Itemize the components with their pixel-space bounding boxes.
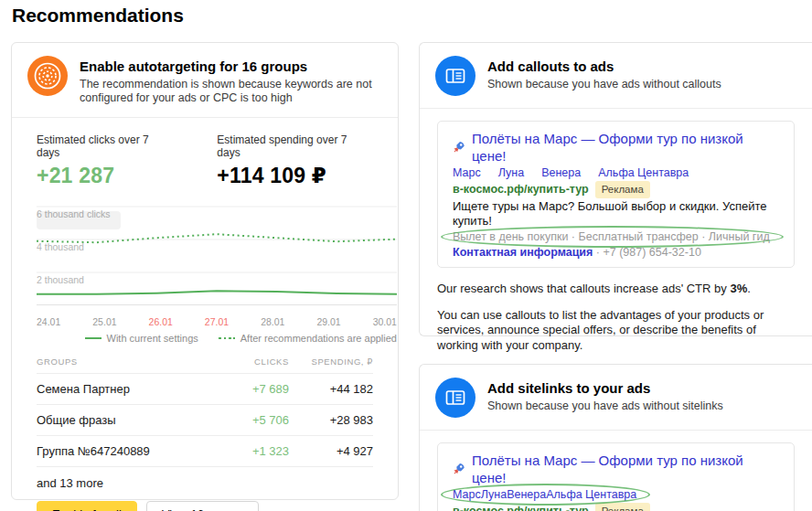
x-axis-label: 24.01 [37,316,60,327]
usage-text: You can use callouts to list the advanta… [437,308,795,354]
header-groups: Groups [37,357,205,367]
ad-sitelink[interactable]: Венера [541,165,581,180]
enable-for-all-button[interactable]: Enable for all [37,501,137,511]
clicks-forecast-chart: 2 thousand4 thousand6 thousand clicks 24… [37,203,397,344]
group-name: Семена Партнер [37,382,205,396]
chart-x-axis: 24.0125.0126.0127.0128.0129.0130.01 [37,316,397,327]
ad-display-url: в-космос.рф/купить-тур [453,183,589,196]
groups-table: Groups Clicks Spending, ₽ Семена Партнер… [37,355,373,492]
group-clicks: +1 323 [205,444,289,458]
sitelinks-subtitle: Shown because you have ads without sitel… [487,399,723,413]
ad-preview-sitelinks: Полёты на Марс — Оформи тур по низкой це… [437,442,795,511]
show-more-groups-link[interactable]: and 13 more [37,467,103,492]
legend-item: After recommendations are applied [219,333,397,344]
metric-clicks: Estimated clicks over 7 days +21 287 [37,133,175,188]
metric-spending: Estimated spending over 7 days +114 109 … [217,133,373,188]
chart-line-dotted [37,234,397,242]
metric-spending-value: +114 109 ₽ [217,164,373,188]
ad-sitelink[interactable]: Альфа Центавра [598,165,689,180]
legend-item: With current settings [85,333,198,344]
group-name: Общие фразы [37,413,205,427]
x-axis-label: 28.01 [261,316,284,327]
legend-swatch-dotted [219,337,235,339]
ad-sitelink[interactable]: Луна [481,488,507,501]
x-axis-label: 25.01 [92,316,116,327]
ad-sitelink[interactable]: Луна [498,165,524,180]
group-row: Общие фразы+5 706+28 983 [37,405,373,436]
metric-spending-label: Estimated spending over 7 days [217,133,373,159]
research-text: Our research shows that callouts increas… [437,282,795,297]
header-spending: Spending, ₽ [289,357,373,367]
ad-sitelinks-row: МарсЛунаВенераАльфа Центавра [453,487,779,502]
legend-label: With current settings [107,333,198,344]
x-axis-label: 30.01 [373,316,397,327]
group-spending: +4 927 [289,444,373,458]
view-groups-button[interactable]: View 16 groups [146,501,259,511]
group-name: Группа №647240889 [37,444,205,458]
ad-title-link[interactable]: Полёты на Марс — Оформи тур по низкой це… [472,130,779,165]
x-axis-label: 26.01 [149,316,173,327]
ad-label-badge: Реклама [595,503,650,511]
header-clicks: Clicks [205,357,289,367]
chart-legend: With current settingsAfter recommendatio… [37,333,397,344]
legend-swatch-solid [85,337,102,339]
group-row: Семена Партнер+7 689+44 182 [37,374,373,405]
autotargeting-title: Enable autotargeting for 16 groups [80,56,381,74]
autotargeting-card-header: Enable autotargeting for 16 groups The r… [12,43,398,118]
y-grid-label: 4 thousand [37,241,84,252]
autotargeting-description: The recommendation is shown because keyw… [80,78,381,105]
ad-phone-number: · +7 (987) 654-32-10 [593,246,700,259]
groups-table-header: Groups Clicks Spending, ₽ [37,355,373,374]
page-title: Recommendations [12,5,184,27]
ad-contact-link[interactable]: Контактная информация [453,246,593,259]
ad-sitelink[interactable]: Альфа Центавра [546,488,636,501]
ad-callouts-row: Вылет в день покупки · Бесплатный трансф… [453,229,779,244]
metric-clicks-value: +21 287 [37,164,175,188]
x-axis-label: 29.01 [316,316,340,327]
ad-title-link[interactable]: Полёты на Марс — Оформи тур по низкой це… [472,452,779,486]
ad-sitelinks-row: МарсЛунаВенераАльфа Центавра [453,165,779,180]
ad-body-text: Ищете туры на Марс? Большой выбор и скид… [453,199,779,229]
ad-label-badge: Реклама [595,181,650,198]
sitelinks-card-header: Add sitelinks to your ads Shown because … [420,365,812,431]
chart-line-solid [37,291,397,294]
chart-tooltip-ghost [37,211,121,229]
x-axis-label: 27.01 [205,316,229,327]
group-row: Группа №647240889+1 323+4 927 [37,436,373,467]
metric-clicks-label: Estimated clicks over 7 days [37,133,175,159]
callouts-card-icon [435,56,475,96]
rocket-icon [453,141,465,154]
autotargeting-card: Enable autotargeting for 16 groups The r… [11,42,399,500]
y-grid-label: 2 thousand [37,274,84,285]
callouts-card: Add callouts to ads Shown because you ha… [419,42,812,336]
ad-sitelink[interactable]: Марс [453,165,481,180]
callouts-subtitle: Shown because you have ads without callo… [487,78,721,91]
ad-display-url: в-космос.рф/купить-тур [453,505,589,511]
legend-label: After recommendations are applied [240,333,397,344]
recommendations-page: Recommendations Enable autotargeting for… [0,0,812,511]
forecast-metrics: Estimated clicks over 7 days +21 287 Est… [26,130,384,188]
group-clicks: +7 689 [205,382,289,396]
sitelinks-card-icon [435,378,475,418]
callouts-card-header: Add callouts to ads Shown because you ha… [420,43,812,109]
ad-sitelink[interactable]: Марс [453,488,481,501]
sitelinks-card: Add sitelinks to your ads Shown because … [419,364,812,511]
callouts-title: Add callouts to ads [487,56,721,74]
rocket-icon [453,463,465,475]
sitelinks-title: Add sitelinks to your ads [487,378,723,396]
ad-sitelink[interactable]: Венера [507,488,546,501]
ad-preview-callouts: Полёты на Марс — Оформи тур по низкой це… [437,121,795,268]
group-spending: +44 182 [289,382,373,396]
group-clicks: +5 706 [205,413,289,427]
autotargeting-target-icon [27,56,68,96]
group-spending: +28 983 [289,413,373,427]
